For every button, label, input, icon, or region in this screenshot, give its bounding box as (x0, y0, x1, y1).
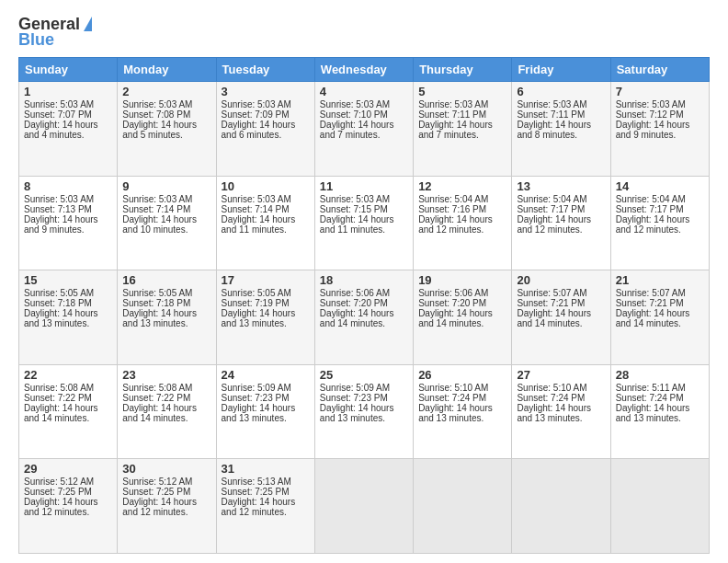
sunset-text: Sunset: 7:14 PM (122, 204, 190, 214)
day-cell: 18Sunrise: 5:06 AMSunset: 7:20 PMDayligh… (314, 270, 413, 365)
sunrise-text: Sunrise: 5:09 AM (222, 383, 291, 393)
daylight-text: Daylight: 14 hours and 11 minutes. (222, 214, 296, 235)
day-cell: 23Sunrise: 5:08 AMSunset: 7:22 PMDayligh… (118, 364, 216, 459)
day-number: 21 (616, 273, 704, 287)
sunrise-text: Sunrise: 5:06 AM (320, 288, 390, 298)
logo: General Blue (18, 15, 92, 50)
sunset-text: Sunset: 7:21 PM (616, 298, 684, 308)
daylight-text: Daylight: 14 hours and 13 minutes. (24, 308, 98, 328)
day-cell: 21Sunrise: 5:07 AMSunset: 7:21 PMDayligh… (610, 270, 709, 365)
weekday-header-sunday: Sunday (19, 58, 118, 82)
weekday-header-row: SundayMondayTuesdayWednesdayThursdayFrid… (19, 58, 710, 82)
day-cell: 16Sunrise: 5:05 AMSunset: 7:18 PMDayligh… (118, 270, 216, 365)
sunrise-text: Sunrise: 5:08 AM (24, 383, 94, 393)
daylight-text: Daylight: 14 hours and 13 minutes. (222, 308, 296, 328)
daylight-text: Daylight: 14 hours and 7 minutes. (418, 120, 493, 140)
day-number: 5 (418, 85, 506, 98)
sunset-text: Sunset: 7:23 PM (222, 393, 290, 403)
day-number: 20 (517, 273, 605, 287)
sunset-text: Sunset: 7:08 PM (122, 109, 190, 120)
day-number: 18 (320, 273, 408, 287)
daylight-text: Daylight: 14 hours and 10 minutes. (122, 214, 197, 235)
daylight-text: Daylight: 14 hours and 14 minutes. (122, 403, 197, 423)
sunset-text: Sunset: 7:19 PM (222, 298, 290, 308)
sunrise-text: Sunrise: 5:03 AM (122, 99, 192, 109)
sunrise-text: Sunrise: 5:03 AM (222, 194, 291, 204)
daylight-text: Daylight: 14 hours and 13 minutes. (320, 403, 394, 423)
weekday-header-friday: Friday (512, 58, 610, 82)
day-cell: 7Sunrise: 5:03 AMSunset: 7:12 PMDaylight… (610, 82, 709, 177)
day-cell: 31Sunrise: 5:13 AMSunset: 7:25 PMDayligh… (216, 459, 314, 554)
sunset-text: Sunset: 7:23 PM (320, 393, 388, 403)
day-number: 16 (122, 273, 210, 287)
day-cell: 12Sunrise: 5:04 AMSunset: 7:16 PMDayligh… (414, 176, 512, 270)
day-number: 30 (122, 462, 210, 476)
calendar-table: SundayMondayTuesdayWednesdayThursdayFrid… (18, 57, 710, 554)
sunrise-text: Sunrise: 5:03 AM (320, 99, 390, 109)
day-number: 19 (418, 273, 506, 287)
day-cell: 28Sunrise: 5:11 AMSunset: 7:24 PMDayligh… (610, 364, 709, 459)
day-cell (314, 459, 413, 554)
sunrise-text: Sunrise: 5:03 AM (122, 194, 192, 204)
daylight-text: Daylight: 14 hours and 13 minutes. (616, 403, 690, 423)
sunrise-text: Sunrise: 5:10 AM (418, 383, 488, 393)
daylight-text: Daylight: 14 hours and 14 minutes. (320, 308, 394, 328)
day-number: 4 (320, 85, 408, 98)
sunset-text: Sunset: 7:25 PM (24, 487, 92, 497)
sunrise-text: Sunrise: 5:03 AM (418, 99, 488, 109)
daylight-text: Daylight: 14 hours and 4 minutes. (24, 120, 98, 140)
sunrise-text: Sunrise: 5:12 AM (24, 477, 94, 487)
sunset-text: Sunset: 7:13 PM (24, 204, 92, 214)
day-cell (414, 459, 512, 554)
sunset-text: Sunset: 7:17 PM (517, 204, 585, 214)
daylight-text: Daylight: 14 hours and 13 minutes. (222, 403, 296, 423)
day-cell: 22Sunrise: 5:08 AMSunset: 7:22 PMDayligh… (19, 364, 118, 459)
day-number: 23 (122, 368, 210, 382)
sunset-text: Sunset: 7:11 PM (418, 109, 486, 120)
sunset-text: Sunset: 7:25 PM (122, 487, 190, 497)
sunset-text: Sunset: 7:22 PM (24, 393, 92, 403)
sunrise-text: Sunrise: 5:12 AM (122, 477, 192, 487)
daylight-text: Daylight: 14 hours and 12 minutes. (222, 497, 296, 517)
sunrise-text: Sunrise: 5:05 AM (122, 288, 192, 298)
sunrise-text: Sunrise: 5:11 AM (616, 383, 686, 393)
day-number: 10 (222, 179, 310, 193)
sunrise-text: Sunrise: 5:03 AM (517, 99, 586, 109)
day-cell: 26Sunrise: 5:10 AMSunset: 7:24 PMDayligh… (414, 364, 512, 459)
day-cell: 2Sunrise: 5:03 AMSunset: 7:08 PMDaylight… (118, 82, 216, 177)
sunrise-text: Sunrise: 5:04 AM (418, 194, 488, 204)
daylight-text: Daylight: 14 hours and 6 minutes. (222, 120, 296, 140)
sunrise-text: Sunrise: 5:10 AM (517, 383, 586, 393)
sunrise-text: Sunrise: 5:05 AM (222, 288, 291, 298)
sunset-text: Sunset: 7:18 PM (122, 298, 190, 308)
sunrise-text: Sunrise: 5:03 AM (616, 99, 686, 109)
sunrise-text: Sunrise: 5:13 AM (222, 477, 291, 487)
sunset-text: Sunset: 7:20 PM (320, 298, 388, 308)
day-cell: 1Sunrise: 5:03 AMSunset: 7:07 PMDaylight… (19, 82, 118, 177)
day-cell: 13Sunrise: 5:04 AMSunset: 7:17 PMDayligh… (512, 176, 610, 270)
day-cell (610, 459, 709, 554)
sunset-text: Sunset: 7:22 PM (122, 393, 190, 403)
day-cell: 25Sunrise: 5:09 AMSunset: 7:23 PMDayligh… (314, 364, 413, 459)
day-number: 1 (24, 85, 112, 98)
day-cell: 5Sunrise: 5:03 AMSunset: 7:11 PMDaylight… (414, 82, 512, 177)
daylight-text: Daylight: 14 hours and 14 minutes. (24, 403, 98, 423)
day-cell: 14Sunrise: 5:04 AMSunset: 7:17 PMDayligh… (610, 176, 709, 270)
day-cell: 9Sunrise: 5:03 AMSunset: 7:14 PMDaylight… (118, 176, 216, 270)
sunrise-text: Sunrise: 5:04 AM (616, 194, 686, 204)
day-number: 13 (517, 179, 605, 193)
day-cell: 17Sunrise: 5:05 AMSunset: 7:19 PMDayligh… (216, 270, 314, 365)
sunset-text: Sunset: 7:24 PM (517, 393, 585, 403)
daylight-text: Daylight: 14 hours and 11 minutes. (320, 214, 394, 235)
day-number: 8 (24, 179, 112, 193)
day-number: 6 (517, 85, 605, 98)
sunrise-text: Sunrise: 5:09 AM (320, 383, 390, 393)
day-number: 2 (122, 85, 210, 98)
daylight-text: Daylight: 14 hours and 5 minutes. (122, 120, 197, 140)
sunset-text: Sunset: 7:12 PM (616, 109, 684, 120)
sunrise-text: Sunrise: 5:07 AM (517, 288, 586, 298)
daylight-text: Daylight: 14 hours and 12 minutes. (616, 214, 690, 235)
day-cell: 30Sunrise: 5:12 AMSunset: 7:25 PMDayligh… (118, 459, 216, 554)
weekday-header-monday: Monday (118, 58, 216, 82)
daylight-text: Daylight: 14 hours and 12 minutes. (122, 497, 197, 517)
